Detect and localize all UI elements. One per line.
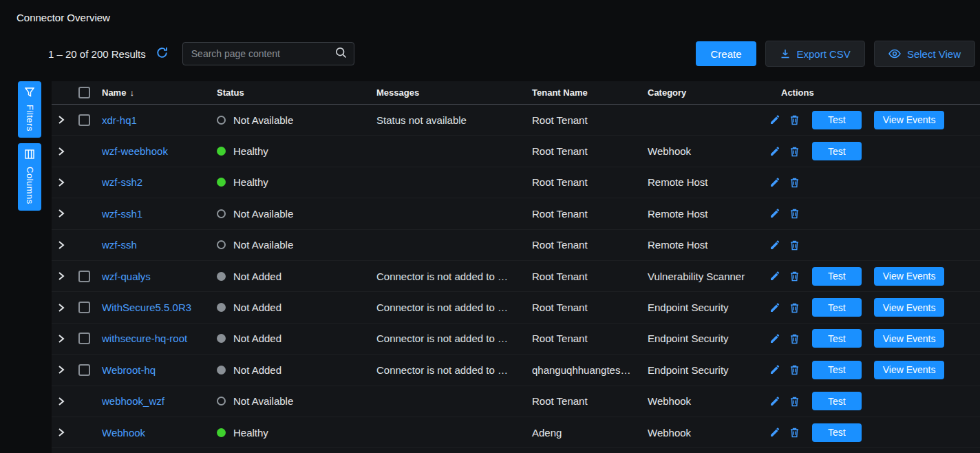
view-events-button[interactable]: View Events (874, 329, 945, 348)
delete-icon[interactable] (789, 240, 800, 251)
row-checkbox[interactable] (78, 333, 90, 344)
table-row: xdr-hq1 Not Available Status not availab… (52, 105, 980, 136)
expand-chevron-icon[interactable] (58, 209, 65, 218)
connector-name-link[interactable]: WithSecure5.5.0R3 (102, 302, 191, 313)
expand-chevron-icon[interactable] (58, 178, 65, 187)
row-checkbox[interactable] (78, 114, 90, 126)
edit-icon[interactable] (769, 364, 780, 375)
test-button[interactable]: Test (812, 329, 862, 348)
tenant-name-text: Root Tenant (527, 333, 643, 344)
connector-name-link[interactable]: Webhook (102, 427, 145, 439)
edit-icon[interactable] (769, 240, 780, 251)
connector-name-link[interactable]: xdr-hq1 (102, 114, 137, 126)
test-button[interactable]: Test (812, 142, 862, 160)
columns-icon (25, 149, 34, 162)
test-button[interactable]: Test (812, 423, 862, 442)
edit-icon[interactable] (769, 396, 780, 407)
delete-icon[interactable] (789, 427, 800, 438)
create-button[interactable]: Create (696, 41, 756, 66)
expand-chevron-icon[interactable] (58, 303, 65, 313)
expand-chevron-icon[interactable] (58, 240, 65, 250)
header-checkbox-cell (71, 87, 97, 98)
delete-icon[interactable] (789, 146, 800, 157)
expand-chevron-icon[interactable] (58, 147, 65, 156)
actions-cell (764, 177, 980, 188)
row-checkbox[interactable] (78, 364, 90, 376)
delete-icon[interactable] (789, 396, 800, 407)
name-cell: Webhook (97, 427, 211, 439)
edit-icon[interactable] (769, 177, 780, 188)
edit-icon[interactable] (769, 208, 780, 219)
table-row: withsecure-hq-root Not Added Connector i… (52, 324, 980, 355)
actions-cell: Test View Events (764, 298, 980, 317)
name-cell: xdr-hq1 (97, 114, 211, 126)
delete-icon[interactable] (789, 333, 800, 344)
edit-icon[interactable] (769, 427, 780, 438)
delete-icon[interactable] (789, 364, 800, 375)
connector-name-link[interactable]: wzf-qualys (102, 271, 151, 282)
connector-name-link[interactable]: Webroot-hq (102, 364, 156, 376)
edit-icon[interactable] (769, 271, 780, 282)
page-title: Connector Overview (17, 12, 110, 23)
test-button[interactable]: Test (812, 392, 862, 410)
filters-tab-label: Filters (25, 105, 35, 131)
delete-icon[interactable] (789, 177, 800, 188)
header-status: Status (211, 87, 372, 98)
expand-chevron-icon[interactable] (58, 115, 65, 125)
filters-tab[interactable]: Filters (18, 81, 41, 138)
category-text: Remote Host (643, 208, 764, 220)
columns-tab[interactable]: Columns (18, 143, 41, 211)
actions-cell: Test View Events (764, 329, 980, 348)
row-checkbox[interactable] (78, 302, 90, 313)
view-events-button[interactable]: View Events (874, 361, 945, 379)
search-input[interactable] (191, 48, 335, 59)
select-view-button[interactable]: Select View (874, 41, 975, 67)
edit-icon[interactable] (769, 146, 780, 157)
connector-name-link[interactable]: wzf-ssh1 (102, 208, 142, 220)
checkbox-cell (71, 208, 97, 220)
expand-chevron-icon[interactable] (58, 365, 65, 375)
expand-cell (52, 397, 71, 406)
connector-name-link[interactable]: webhook_wzf (102, 395, 164, 407)
export-csv-button[interactable]: Export CSV (765, 41, 865, 67)
connector-name-link[interactable]: wzf-ssh2 (102, 176, 142, 188)
test-button[interactable]: Test (812, 267, 862, 286)
expand-chevron-icon[interactable] (58, 428, 65, 437)
connector-name-link[interactable]: wzf-weebhook (102, 145, 168, 157)
expand-chevron-icon[interactable] (58, 397, 65, 406)
name-cell: wzf-qualys (97, 271, 211, 282)
edit-icon[interactable] (769, 333, 780, 344)
actions-cell: Test View Events (764, 111, 980, 129)
connector-name-link[interactable]: withsecure-hq-root (102, 333, 187, 344)
view-events-button[interactable]: View Events (874, 111, 945, 129)
refresh-button[interactable] (156, 46, 169, 61)
delete-icon[interactable] (789, 114, 800, 125)
message-text: Connector is not added to … (372, 364, 527, 376)
delete-icon[interactable] (789, 208, 800, 219)
test-button[interactable]: Test (812, 361, 862, 379)
expand-chevron-icon[interactable] (58, 271, 65, 281)
connector-name-link[interactable]: wzf-ssh (102, 239, 137, 251)
actions-cell: Test (764, 423, 980, 442)
checkbox-cell (71, 364, 97, 376)
test-button[interactable]: Test (812, 298, 862, 317)
table-header-row: Name ↓ Status Messages Tenant Name Categ… (52, 81, 980, 105)
edit-icon[interactable] (769, 114, 780, 125)
expand-chevron-icon[interactable] (58, 334, 65, 344)
view-events-button[interactable]: View Events (874, 267, 945, 286)
tenant-name-text: Root Tenant (527, 395, 643, 407)
header-name[interactable]: Name ↓ (97, 87, 211, 98)
select-all-checkbox[interactable] (78, 87, 90, 98)
eye-icon (888, 49, 901, 59)
name-cell: webhook_wzf (97, 395, 211, 407)
category-text: Vulnerability Scanner (643, 271, 764, 282)
edit-icon[interactable] (769, 302, 780, 313)
delete-icon[interactable] (789, 271, 800, 282)
test-button[interactable]: Test (812, 111, 862, 129)
row-checkbox[interactable] (78, 271, 90, 282)
message-text: Connector is not added to … (372, 333, 527, 344)
checkbox-cell (71, 114, 97, 126)
delete-icon[interactable] (789, 302, 800, 313)
view-events-button[interactable]: View Events (874, 298, 945, 317)
checkbox-cell (71, 333, 97, 344)
